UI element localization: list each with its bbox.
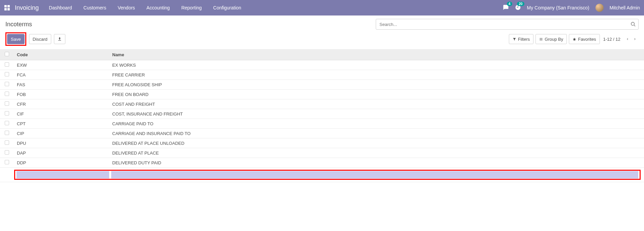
- table-row[interactable]: DDP DELIVERED DUTY PAID: [0, 158, 644, 168]
- export-button[interactable]: [54, 34, 65, 44]
- company-switcher[interactable]: My Company (San Francisco): [527, 5, 589, 10]
- row-code: FOB: [13, 90, 109, 99]
- row-name: FREE ALONGSIDE SHIP: [109, 80, 644, 90]
- star-icon: [573, 37, 576, 41]
- list-icon: [539, 37, 543, 41]
- filters-label: Filters: [518, 37, 530, 42]
- row-name: DELIVERED AT PLACE UNLOADED: [109, 138, 644, 148]
- row-code: FCA: [13, 70, 109, 80]
- header-code[interactable]: Code: [13, 49, 109, 60]
- row-name: FREE ON BOARD: [109, 90, 644, 99]
- save-highlight-box: Save: [5, 32, 26, 46]
- app-brand[interactable]: Invoicing: [15, 4, 39, 11]
- table-row[interactable]: EXW EX WORKS: [0, 60, 644, 70]
- favorites-label: Favorites: [578, 37, 596, 42]
- filters-button[interactable]: Filters: [509, 34, 533, 44]
- avatar[interactable]: [595, 4, 604, 12]
- table-row[interactable]: DAP DELIVERED AT PLACE: [0, 148, 644, 158]
- table-row[interactable]: CPT CARRIAGE PAID TO: [0, 119, 644, 129]
- row-checkbox[interactable]: [5, 72, 9, 76]
- top-navbar: Invoicing Dashboard Customers Vendors Ac…: [0, 0, 644, 15]
- chat-button[interactable]: 4: [503, 4, 509, 11]
- discard-button[interactable]: Discard: [29, 34, 51, 44]
- new-row[interactable]: [0, 168, 644, 182]
- row-checkbox[interactable]: [5, 140, 9, 145]
- save-button[interactable]: Save: [7, 34, 25, 44]
- table-row[interactable]: CIF COST, INSURANCE AND FREIGHT: [0, 109, 644, 119]
- header-select-all[interactable]: [0, 49, 13, 60]
- new-code-input[interactable]: [17, 171, 109, 178]
- header-name[interactable]: Name: [109, 49, 644, 60]
- row-code: CIF: [13, 109, 109, 119]
- row-code: FAS: [13, 80, 109, 90]
- menu-customers[interactable]: Customers: [84, 5, 106, 10]
- row-checkbox[interactable]: [5, 121, 9, 125]
- pager-next[interactable]: [631, 35, 639, 43]
- chevron-right-icon: [634, 37, 636, 41]
- row-code: CIP: [13, 129, 109, 138]
- row-checkbox[interactable]: [5, 160, 9, 164]
- user-menu[interactable]: Mitchell Admin: [610, 5, 640, 10]
- pager-range: 1-12 / 12: [603, 37, 620, 42]
- menu-vendors[interactable]: Vendors: [118, 5, 135, 10]
- menu-reporting[interactable]: Reporting: [181, 5, 202, 10]
- search-icon[interactable]: [631, 22, 636, 27]
- row-name: DELIVERED DUTY PAID: [109, 158, 644, 168]
- pager: 1-12 / 12: [603, 35, 639, 43]
- row-checkbox[interactable]: [5, 111, 9, 116]
- incoterms-table: Code Name EXW EX WORKS FCA FREE CARRIER …: [0, 49, 644, 182]
- row-checkbox[interactable]: [5, 101, 9, 106]
- control-panel: Incoterms Save Discard Filters: [0, 15, 644, 46]
- row-name: COST AND FREIGHT: [109, 99, 644, 109]
- table-row[interactable]: CFR COST AND FREIGHT: [0, 99, 644, 109]
- chevron-left-icon: [626, 37, 629, 41]
- search-input[interactable]: [376, 19, 639, 30]
- row-code: EXW: [13, 60, 109, 70]
- row-name: FREE CARRIER: [109, 70, 644, 80]
- table-row[interactable]: CIP CARRIAGE AND INSURANCE PAID TO: [0, 129, 644, 138]
- groupby-label: Group By: [545, 37, 563, 42]
- row-code: DDP: [13, 158, 109, 168]
- funnel-icon: [513, 37, 516, 41]
- chat-badge: 4: [507, 2, 512, 6]
- row-name: CARRIAGE PAID TO: [109, 119, 644, 129]
- menu-accounting[interactable]: Accounting: [147, 5, 170, 10]
- row-name: EX WORKS: [109, 60, 644, 70]
- row-checkbox[interactable]: [5, 131, 9, 135]
- main-menu: Dashboard Customers Vendors Accounting R…: [49, 5, 241, 10]
- apps-icon[interactable]: [4, 5, 10, 11]
- download-icon: [57, 37, 62, 41]
- row-code: DAP: [13, 148, 109, 158]
- menu-dashboard[interactable]: Dashboard: [49, 5, 72, 10]
- activity-badge: 20: [517, 2, 524, 6]
- activity-button[interactable]: 20: [515, 4, 521, 11]
- new-name-input[interactable]: [111, 171, 638, 178]
- row-checkbox[interactable]: [5, 82, 9, 86]
- table-row[interactable]: FCA FREE CARRIER: [0, 70, 644, 80]
- page-title: Incoterms: [5, 21, 32, 28]
- row-checkbox[interactable]: [5, 150, 9, 155]
- table-row[interactable]: DPU DELIVERED AT PLACE UNLOADED: [0, 138, 644, 148]
- new-row-highlight-box: [14, 170, 641, 180]
- search-wrap: [376, 19, 639, 30]
- row-code: DPU: [13, 138, 109, 148]
- table-row[interactable]: FOB FREE ON BOARD: [0, 90, 644, 99]
- pager-prev[interactable]: [624, 35, 631, 43]
- row-code: CFR: [13, 99, 109, 109]
- favorites-button[interactable]: Favorites: [569, 34, 600, 44]
- row-checkbox[interactable]: [5, 92, 9, 96]
- row-code: CPT: [13, 119, 109, 129]
- groupby-button[interactable]: Group By: [535, 34, 567, 44]
- menu-configuration[interactable]: Configuration: [213, 5, 241, 10]
- row-name: DELIVERED AT PLACE: [109, 148, 644, 158]
- row-name: CARRIAGE AND INSURANCE PAID TO: [109, 129, 644, 138]
- row-checkbox[interactable]: [5, 62, 9, 67]
- table-row[interactable]: FAS FREE ALONGSIDE SHIP: [0, 80, 644, 90]
- row-name: COST, INSURANCE AND FREIGHT: [109, 109, 644, 119]
